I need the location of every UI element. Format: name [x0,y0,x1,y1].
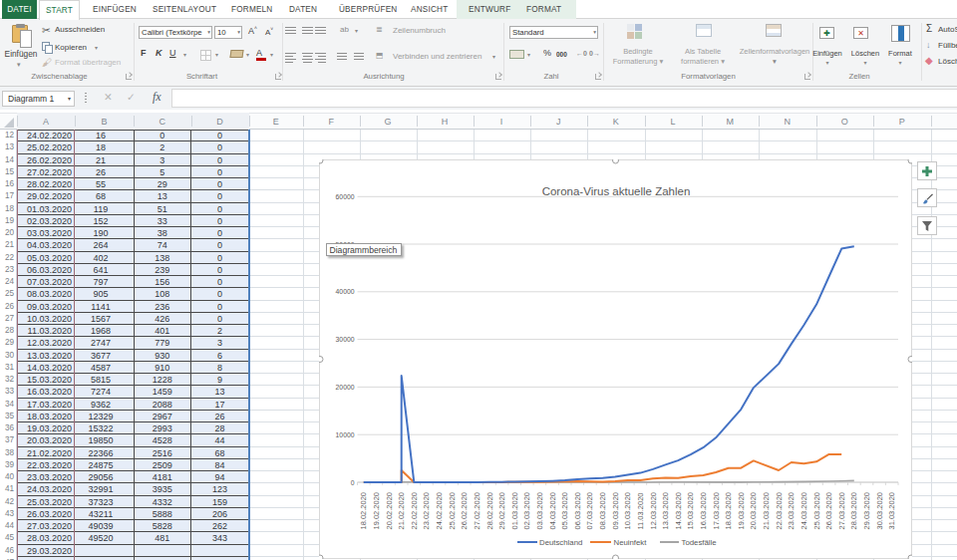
svg-text:23.03.2020: 23.03.2020 [787,492,796,530]
svg-text:08.03.2020: 08.03.2020 [598,492,607,530]
svg-text:30000: 30000 [335,336,354,343]
svg-text:29.03.2020: 29.03.2020 [862,492,871,530]
svg-text:18.02.2020: 18.02.2020 [359,492,368,530]
svg-text:10000: 10000 [335,431,354,438]
svg-text:25.03.2020: 25.03.2020 [811,492,820,530]
svg-text:09.03.2020: 09.03.2020 [610,492,619,530]
svg-text:02.03.2020: 02.03.2020 [522,492,531,530]
svg-text:21.03.2020: 21.03.2020 [762,492,771,530]
svg-text:26.02.2020: 26.02.2020 [460,492,469,530]
svg-text:40000: 40000 [335,288,354,295]
svg-text:20000: 20000 [335,384,354,391]
svg-text:12.03.2020: 12.03.2020 [648,492,657,530]
svg-text:04.03.2020: 04.03.2020 [547,492,556,530]
svg-text:30.03.2020: 30.03.2020 [874,492,883,530]
svg-text:Deutschland: Deutschland [539,538,582,547]
svg-text:19.02.2020: 19.02.2020 [371,492,380,530]
svg-text:Corona-Virus aktuelle Zahlen: Corona-Virus aktuelle Zahlen [541,185,690,197]
svg-text:28.02.2020: 28.02.2020 [484,492,493,530]
svg-text:13.03.2020: 13.03.2020 [661,492,670,530]
svg-text:60000: 60000 [335,193,354,200]
svg-text:31.03.2020: 31.03.2020 [887,492,896,530]
svg-text:18.03.2020: 18.03.2020 [724,492,733,530]
svg-text:27.03.2020: 27.03.2020 [836,492,845,530]
svg-text:26.03.2020: 26.03.2020 [824,492,833,530]
svg-text:16.03.2020: 16.03.2020 [698,492,707,530]
svg-text:21.02.2020: 21.02.2020 [397,492,406,530]
svg-text:20.03.2020: 20.03.2020 [749,492,758,530]
svg-text:22.03.2020: 22.03.2020 [774,492,783,530]
svg-text:25.02.2020: 25.02.2020 [447,492,456,530]
svg-text:15.03.2020: 15.03.2020 [686,492,695,530]
svg-text:10.03.2020: 10.03.2020 [623,492,632,530]
svg-text:Neuinfekt: Neuinfekt [613,538,647,547]
svg-text:22.02.2020: 22.02.2020 [409,492,418,530]
svg-text:29.02.2020: 29.02.2020 [497,492,506,530]
svg-text:28.03.2020: 28.03.2020 [849,492,858,530]
svg-text:03.03.2020: 03.03.2020 [534,492,543,530]
svg-text:24.03.2020: 24.03.2020 [798,492,807,530]
svg-text:01.03.2020: 01.03.2020 [509,492,518,530]
svg-text:23.02.2020: 23.02.2020 [422,492,431,530]
svg-text:Todesfälle: Todesfälle [681,538,716,547]
svg-text:24.02.2020: 24.02.2020 [435,492,444,530]
svg-text:07.03.2020: 07.03.2020 [585,492,594,530]
svg-text:19.03.2020: 19.03.2020 [736,492,745,530]
svg-text:0: 0 [350,479,354,486]
svg-text:27.02.2020: 27.02.2020 [472,492,480,530]
svg-text:20.02.2020: 20.02.2020 [384,492,393,530]
svg-text:06.03.2020: 06.03.2020 [572,492,581,530]
svg-text:17.03.2020: 17.03.2020 [711,492,720,530]
svg-text:05.03.2020: 05.03.2020 [560,492,569,530]
svg-text:14.03.2020: 14.03.2020 [673,492,682,530]
svg-text:11.03.2020: 11.03.2020 [635,493,644,530]
